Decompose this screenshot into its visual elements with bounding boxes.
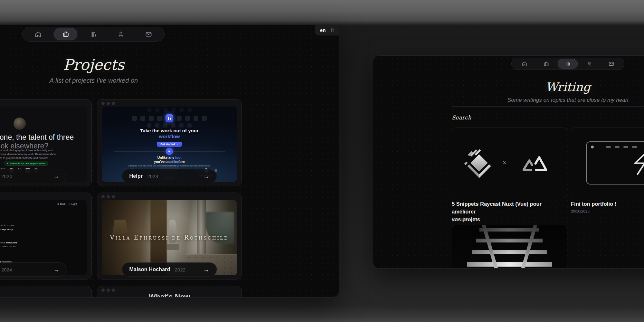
mockline-snippet: e? Read my story <box>0 228 13 231</box>
project-card-helpr[interactable]: Take the work out of your workflow Get s… <box>97 99 242 186</box>
nav-about[interactable] <box>580 59 600 69</box>
nav-contact[interactable] <box>137 28 160 40</box>
theme-toggle[interactable]: ■ Dark | □ Light <box>57 203 77 205</box>
project-footer-mockline[interactable]: 2024 → <box>0 262 67 277</box>
hero-body-line2: ring a unique dimension to my work. Pass… <box>0 153 56 156</box>
briefcase-icon <box>543 61 549 67</box>
app-icon-row <box>102 123 237 128</box>
hero-heading-line1: y of one, the talent of three <box>0 133 74 142</box>
nav-contact[interactable] <box>601 59 621 69</box>
projects-window: en fr Projects A list of projects I've w… <box>0 25 339 298</box>
lang-en[interactable]: en <box>320 27 326 33</box>
project-year: 2023 <box>147 174 158 179</box>
helpr-unlike-accent: tool <box>175 156 181 159</box>
bolt-icon <box>628 149 644 176</box>
nav-writing[interactable] <box>558 59 578 69</box>
post-title[interactable]: Fini ton portfolio ! <box>571 200 644 208</box>
helpr-unlike-suffix: you've used before <box>102 160 237 164</box>
search-label: Search <box>452 114 471 121</box>
nav-projects[interactable] <box>54 28 77 40</box>
arrow-right-icon: → <box>204 173 210 179</box>
library-icon <box>565 61 571 67</box>
nav-writing[interactable] <box>82 28 105 40</box>
home-icon <box>34 31 42 38</box>
light-square-icon: □ <box>69 203 70 205</box>
nuxt-logo <box>519 153 550 173</box>
project-year: 2024 <box>1 174 12 179</box>
project-footer-personal[interactable]: 2024 → <box>0 169 67 183</box>
availability-badge: Available for new opportunities <box>5 161 48 166</box>
project-card-partial[interactable] <box>0 286 92 298</box>
app-icon-row <box>102 114 237 122</box>
main-nav <box>22 27 165 42</box>
project-card-maison[interactable]: Villa Ephrussi de Rothschild Maison Hoch… <box>97 193 242 279</box>
raycast-logo <box>464 148 494 178</box>
helpr-hero-accent: workflow <box>102 134 237 139</box>
nav-about[interactable] <box>109 28 133 40</box>
mail-icon <box>145 31 152 38</box>
browser-outline <box>586 141 644 185</box>
mockline-snippet: o the web. Check out all <box>0 245 15 248</box>
header-divider <box>452 106 644 107</box>
window-dot-icon <box>591 146 594 148</box>
post-date: 20/10/2023 <box>571 209 590 213</box>
arrow-right-icon: → <box>53 267 60 273</box>
writing-window: Writing Some writings on topics that are… <box>373 55 644 269</box>
dark-square-icon: ■ <box>57 203 59 205</box>
x-separator: × <box>503 159 507 167</box>
person-icon <box>117 31 125 38</box>
project-name: Maison Hochard <box>129 267 170 272</box>
project-name: Helpr <box>129 173 143 179</box>
page-title: Writing <box>504 80 632 94</box>
page-subtitle: A list of projects I've worked on <box>0 77 190 84</box>
briefcase-icon <box>62 31 70 38</box>
project-footer-helpr[interactable]: Helpr 2023 → <box>122 169 217 183</box>
arrow-right-icon: → <box>53 173 60 179</box>
post-card-railway[interactable] <box>452 225 567 269</box>
green-dot-icon <box>7 163 8 164</box>
person-icon <box>586 61 592 67</box>
traffic-dots <box>101 289 115 292</box>
nav-home[interactable] <box>27 28 50 40</box>
hero-body-line1: t director and photographer, I fuse tech… <box>0 149 52 152</box>
project-card-mockline[interactable]: ■ Dark | □ Light it, I believe in a more… <box>0 193 92 279</box>
helpr-cta-button[interactable]: Get started → <box>157 142 182 147</box>
page-title: Projects <box>0 56 190 73</box>
post-card-portfolio[interactable] <box>571 128 644 198</box>
page-subtitle: Some writings on topics that are close t… <box>471 97 644 103</box>
nav-home[interactable] <box>515 59 535 69</box>
mail-icon <box>608 61 614 67</box>
project-card-whats-new[interactable]: What's New <box>97 286 242 298</box>
mockline-snippet: portant one is Mockline <box>0 241 17 244</box>
avatar <box>14 118 26 130</box>
post-card-raycast-nuxt[interactable]: × <box>452 128 567 198</box>
nav-projects[interactable] <box>536 59 556 69</box>
post-date: 22/01/2024 <box>452 218 470 222</box>
mockline-snippet: it, I believe in a more <box>0 224 15 227</box>
header-divider <box>0 90 241 90</box>
railway-graphic <box>452 225 567 269</box>
helpr-unlike-prefix: Unlike any <box>157 156 175 159</box>
home-icon <box>521 61 527 67</box>
traffic-dots <box>101 102 115 105</box>
project-footer-maison[interactable]: Maison Hochard 2022 → <box>122 262 217 277</box>
app-icon-row <box>102 108 237 112</box>
traffic-dots <box>101 195 115 198</box>
library-icon <box>90 31 97 38</box>
helpr-hero-line: Take the work out of your <box>102 128 237 133</box>
language-toggle: en fr <box>315 25 339 35</box>
project-card-personal[interactable]: y of one, the talent of three y look els… <box>0 99 92 186</box>
whats-new-title: What's New <box>97 293 242 298</box>
play-button[interactable]: ▶ <box>166 148 173 155</box>
highlighted-app-icon <box>166 114 173 122</box>
main-nav <box>511 58 624 70</box>
arrow-right-icon: → <box>204 267 210 273</box>
lang-fr[interactable]: fr <box>331 27 334 33</box>
project-year: 2024 <box>1 267 12 272</box>
maison-overlay-title: Villa Ephrussi de Rothschild <box>102 234 237 241</box>
hero-body-line3: give life to projects that captivate and… <box>0 156 48 160</box>
project-year: 2022 <box>175 267 185 272</box>
